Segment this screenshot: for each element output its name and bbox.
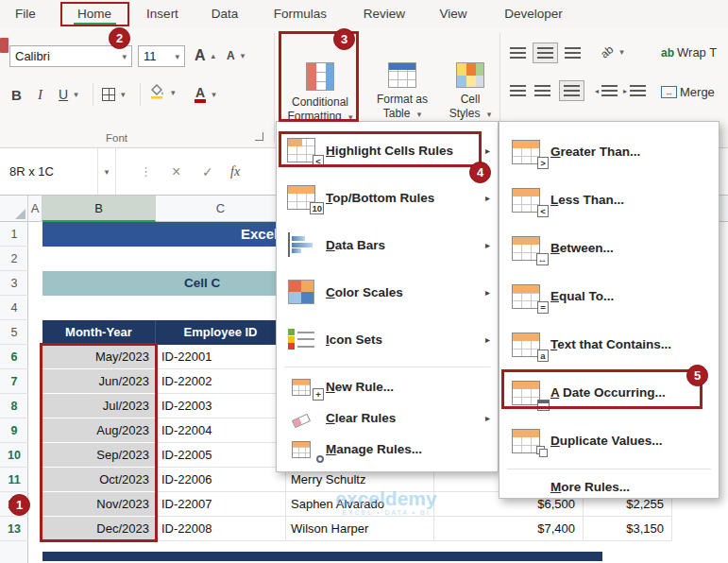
font-color-button[interactable]: A ▾ [195,83,216,106]
row-header-8[interactable]: 8 [0,394,28,418]
format-as-table-button[interactable]: Format as Table ▾ [364,62,440,122]
row-header-9[interactable]: 9 [0,418,28,443]
table-header-employee-id[interactable]: Employee ID [156,320,286,345]
tab-view[interactable]: View [431,0,476,28]
formula-bar-drag-handle[interactable]: ⋮ [140,148,152,195]
menu-item-top-bottom-rules[interactable]: 10 Top/Bottom Rules ▸ [277,174,498,221]
between-icon: ↔ [507,236,545,261]
font-name-combobox[interactable]: Calibri ▾ [9,45,132,67]
menu-item-clear-rules[interactable]: Clear Rules ▸ [277,402,498,434]
align-top-button[interactable] [510,47,526,59]
cell-b11[interactable]: Oct/2023 [42,468,156,492]
cell-b13[interactable]: Dec/2023 [42,517,156,541]
cell-styles-icon [456,62,484,88]
submenu-arrow-icon: ▸ [485,334,490,345]
merge-center-button[interactable]: ↔ Merge [661,85,715,99]
align-middle-button[interactable] [533,43,558,63]
tab-file[interactable]: File [7,0,44,28]
name-box-dropdown[interactable]: ▾ [98,148,116,195]
cancel-icon[interactable]: × [172,148,180,195]
excel-window: File Home Insert Data Formulas Review Vi… [0,0,728,563]
menu-item-data-bars[interactable]: Data Bars ▸ [277,221,498,268]
row-header-11[interactable]: 11 [0,468,28,492]
cell-c9[interactable]: ID-22004 [156,418,286,443]
cell-b7[interactable]: Jun/2023 [42,369,156,394]
row-header-1[interactable]: 1 [0,222,28,247]
menu-item-highlight-cells-rules[interactable]: < Highlight Cells Rules ▸ [277,127,498,174]
cell-c10[interactable]: ID-22005 [156,443,286,468]
cell-c6[interactable]: ID-22001 [156,345,286,369]
up-arrow-icon: ▴ [212,51,216,60]
cell-b12[interactable]: Nov/2023 [42,492,156,517]
submenu-item-duplicate-values[interactable]: Duplicate Values... [499,417,719,465]
italic-button[interactable]: I [38,83,42,106]
submenu-item-greater-than[interactable]: > Greater Than... [499,128,719,176]
row-header-13[interactable]: 13 [0,517,28,541]
align-bottom-button[interactable] [565,47,581,59]
select-all-corner[interactable] [0,196,28,222]
cell-c12[interactable]: ID-22007 [156,492,286,517]
orientation-button[interactable]: ab ▾ [601,45,624,59]
increase-indent-button[interactable]: ▸ [623,85,646,96]
cell-b9[interactable]: Aug/2023 [42,418,156,443]
row-header-4[interactable]: 4 [0,296,28,320]
row-header-10[interactable]: 10 [0,443,28,468]
cell-c11[interactable]: ID-22006 [156,468,286,492]
paint-bucket-icon [149,83,165,102]
increase-font-size-button[interactable]: A ▴ [195,44,215,67]
bold-button[interactable]: B [11,83,22,106]
submenu-item-text-that-contains[interactable]: a Text that Contains... [499,320,719,368]
table-header-month-year[interactable]: Month-Year [42,320,156,345]
align-right-button[interactable] [559,80,584,101]
cell-styles-button[interactable]: Cell Styles ▾ [432,62,508,122]
align-left-button[interactable] [510,85,526,96]
tab-formulas[interactable]: Formulas [264,0,336,28]
menu-item-icon-sets[interactable]: Icon Sets ▸ [277,316,498,363]
underline-button[interactable]: U ▾ [59,83,78,106]
merge-icon: ↔ [661,86,677,98]
indent-left-icon: ◂ [595,87,599,95]
cell-d13[interactable]: Wilson Harper [286,517,434,541]
conditional-formatting-button[interactable]: Conditional Formatting ▾ [282,62,358,125]
decrease-font-size-button[interactable]: A ▾ [227,44,245,67]
row-header-2[interactable]: 2 [0,247,28,271]
fill-color-button[interactable]: ▾ [149,81,176,104]
menu-item-color-scales[interactable]: Color Scales ▸ [277,268,498,316]
column-header-b[interactable]: B [42,196,156,222]
submenu-item-more-rules[interactable]: More Rules... [499,473,719,500]
insert-function-icon[interactable]: fx [230,148,240,195]
cell-b8[interactable]: Jul/2023 [42,394,156,418]
decrease-indent-button[interactable]: ◂ [595,85,618,96]
column-header-a[interactable]: A [28,196,42,222]
cell-c13[interactable]: ID-22008 [156,517,286,541]
font-dialog-launcher[interactable] [255,132,263,141]
submenu-item-between[interactable]: ↔ Between... [499,224,719,272]
cell-b10[interactable]: Sep/2023 [42,443,156,468]
cell-e13[interactable]: $7,400 [434,517,584,541]
tab-review[interactable]: Review [356,0,413,28]
row-header-5[interactable]: 5 [0,320,28,345]
tab-developer[interactable]: Developer [492,0,575,28]
cell-f13[interactable]: $3,150 [584,517,672,541]
cell-c7[interactable]: ID-22002 [156,369,286,394]
wrap-text-button[interactable]: ab Wrap T [661,45,717,60]
borders-button[interactable]: ▾ [102,83,126,106]
name-box[interactable]: 8R x 1C [0,148,98,195]
font-size-combobox[interactable]: 11 ▾ [138,45,185,67]
tab-data[interactable]: Data [202,0,247,28]
less-than-icon: < [507,188,545,213]
row-header-3[interactable]: 3 [0,271,28,296]
align-center-button[interactable] [534,85,550,96]
ribbon-tab-bar: File Home Insert Data Formulas Review Vi… [0,0,728,28]
submenu-item-less-than[interactable]: < Less Than... [499,176,719,224]
cell-b6[interactable]: May/2023 [42,345,156,369]
row-header-6[interactable]: 6 [0,345,28,369]
menu-item-manage-rules[interactable]: Manage Rules... [277,434,498,465]
column-header-c[interactable]: C [156,196,286,222]
tab-insert[interactable]: Insert [137,0,188,28]
cell-c8[interactable]: ID-22003 [156,394,286,418]
row-header-7[interactable]: 7 [0,369,28,394]
enter-icon[interactable]: ✓ [202,148,213,195]
menu-item-new-rule[interactable]: + New Rule... [277,371,498,402]
submenu-item-equal-to[interactable]: = Equal To... [499,272,719,320]
